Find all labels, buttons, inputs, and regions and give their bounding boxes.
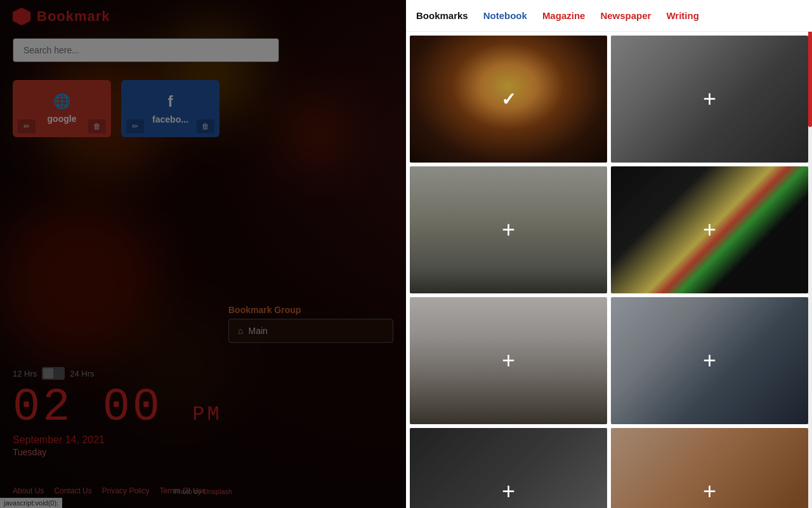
modal-overlay: X Bookmarks Notebook Magazine Newspaper … [0,0,812,508]
plus-icon-1: + [703,88,716,110]
plus-icon-6: + [502,480,515,503]
plus-icon-4: + [502,349,515,372]
grid-item-7[interactable]: + [611,428,808,508]
grid-item-5[interactable]: + [611,297,808,424]
plus-icon-5: + [703,349,716,372]
tab-newspaper[interactable]: Newspaper [600,8,651,23]
check-icon-0: ✓ [501,89,516,110]
scrollbar-track [808,0,812,508]
grid-item-6[interactable]: + [410,428,607,508]
grid-item-2[interactable]: + [410,166,607,293]
grid-overlay-6: + [410,428,607,508]
grid-item-1[interactable]: + [611,36,808,163]
tab-notebook[interactable]: Notebook [483,8,527,23]
grid-item-4[interactable]: + [410,297,607,424]
modal-nav: Bookmarks Notebook Magazine Newspaper Wr… [406,0,812,32]
tab-magazine[interactable]: Magazine [542,8,586,23]
image-grid: ✓ + + + + [406,32,812,508]
grid-overlay-2: + [410,166,607,293]
plus-icon-2: + [502,218,515,241]
grid-overlay-7: + [611,428,808,508]
tab-writing[interactable]: Writing [666,8,698,23]
grid-overlay-1: + [611,36,808,163]
grid-item-0[interactable]: ✓ [410,36,607,163]
grid-item-3[interactable]: + [611,166,808,293]
tab-bookmarks[interactable]: Bookmarks [416,8,468,23]
plus-icon-7: + [703,480,716,503]
modal-panel: X Bookmarks Notebook Magazine Newspaper … [406,0,812,508]
grid-overlay-5: + [611,297,808,424]
plus-icon-3: + [703,218,716,241]
grid-overlay-3: + [611,166,808,293]
grid-overlay-0: ✓ [410,36,607,163]
grid-overlay-4: + [410,297,607,424]
